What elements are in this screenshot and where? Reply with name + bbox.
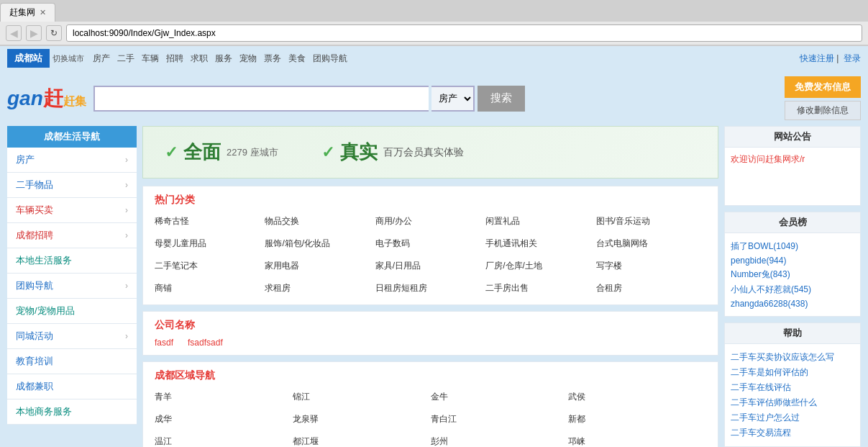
help-5[interactable]: 二手车过户怎么过 [731, 410, 854, 425]
forward-button[interactable]: ▶ [26, 25, 42, 41]
sidebar-item-parttime[interactable]: 成都兼职 [7, 374, 137, 399]
browser-chrome: 赶集网 ✕ ◀ ▶ ↻ [0, 0, 868, 46]
login-link[interactable]: 登录 [844, 53, 861, 63]
cat-bijiben[interactable]: 二手笔记本 [155, 257, 265, 275]
help-box: 帮助 二手车买卖协议应该怎么写 二手车是如何评估的 二手车在线评估 二手车评估师… [724, 322, 861, 447]
register-link[interactable]: 快速注册 [800, 53, 834, 63]
nav-link-service[interactable]: 服务 [215, 53, 232, 65]
member-title: 会员榜 [725, 212, 860, 233]
hot-categories-title: 热门分类 [155, 194, 706, 207]
area-chenghua[interactable]: 成华 [155, 410, 293, 428]
help-2[interactable]: 二手车是如何评估的 [731, 365, 854, 380]
member-1[interactable]: 插了BOWL(1049) [731, 239, 854, 254]
sidebar-item-localservice[interactable]: 本地生活服务 [7, 248, 137, 274]
nav-link-car[interactable]: 车辆 [142, 53, 159, 65]
help-list: 二手车买卖协议应该怎么写 二手车是如何评估的 二手车在线评估 二手车评估师做些什… [725, 344, 860, 446]
member-4[interactable]: 小仙人不好惹就(545) [731, 282, 854, 297]
nav-link-job[interactable]: 求职 [191, 53, 208, 65]
sidebar-item-education[interactable]: 教育培训 [7, 349, 137, 374]
area-section: 成都区域导航 青羊 锦江 金牛 武侯 成华 龙泉驿 青白江 新都 温江 都江堰 … [142, 361, 718, 447]
help-3[interactable]: 二手车在线评估 [731, 380, 854, 395]
company-item-2[interactable]: fsadfsadf [188, 338, 223, 348]
banner-item-zhenshi: ✓ 真实 百万会员真实体验 [321, 140, 464, 165]
cat-dianzi[interactable]: 电子数码 [375, 235, 485, 253]
cat-ershoufang[interactable]: 二手房出售 [485, 279, 595, 297]
member-5[interactable]: zhangda66288(438) [731, 297, 854, 310]
area-wenjiang[interactable]: 温江 [155, 433, 293, 447]
area-qionglai[interactable]: 邛崃 [568, 433, 706, 447]
area-grid: 青羊 锦江 金牛 武侯 成华 龙泉驿 青白江 新都 温江 都江堰 彭州 邛崃 崇… [155, 388, 706, 447]
nav-link-groupbuy[interactable]: 团购导航 [313, 53, 347, 65]
cat-xiezilou[interactable]: 写字楼 [596, 257, 706, 275]
nav-link-ticket[interactable]: 票务 [264, 53, 281, 65]
publish-button[interactable]: 免费发布信息 [785, 76, 861, 98]
area-pengzhou[interactable]: 彭州 [431, 433, 569, 447]
sidebar-item-recruit[interactable]: 成都招聘 › [7, 223, 137, 248]
check-icon-2: ✓ [321, 143, 334, 162]
nav-link-recruit[interactable]: 招聘 [166, 53, 183, 65]
sidebar-item-groupbuy[interactable]: 团购导航 › [7, 274, 137, 299]
help-4[interactable]: 二手车评估师做些什么 [731, 395, 854, 410]
cat-qiuzufang[interactable]: 求租房 [265, 279, 375, 297]
logo-ji-icon: 赶 [43, 87, 63, 109]
member-3[interactable]: Number兔(843) [731, 267, 854, 282]
cat-fushi[interactable]: 服饰/箱包/化妆品 [265, 235, 375, 253]
cat-wupin[interactable]: 物品交换 [265, 212, 375, 230]
area-xindu[interactable]: 新都 [568, 410, 706, 428]
cat-muying[interactable]: 母婴儿童用品 [155, 235, 265, 253]
sidebar-item-house[interactable]: 房产 › [7, 148, 137, 173]
category-grid: 稀奇古怪 物品交换 商用/办公 闲置礼品 图书/音乐运动 母婴儿童用品 服饰/箱… [155, 212, 706, 297]
cat-shouji[interactable]: 手机通讯相关 [485, 235, 595, 253]
browser-tab[interactable]: 赶集网 ✕ [0, 3, 55, 22]
nav-link-food[interactable]: 美食 [288, 53, 306, 65]
cat-rizu[interactable]: 日租房短租房 [375, 279, 485, 297]
url-input[interactable] [66, 24, 862, 42]
logo-text: 赶集 [63, 95, 86, 107]
sidebar-item-car[interactable]: 车辆买卖 › [7, 198, 137, 223]
cat-tushu[interactable]: 图书/音乐运动 [596, 212, 706, 230]
nav-link-house[interactable]: 房产 [93, 53, 110, 65]
tab-close-button[interactable]: ✕ [40, 8, 46, 17]
cat-jiayong[interactable]: 家用电器 [265, 257, 375, 275]
company-item-1[interactable]: fasdf [155, 338, 173, 348]
banner-sub-2: 百万会员真实体验 [383, 146, 464, 159]
top-nav-links: 房产 二手 车辆 招聘 求职 服务 宠物 票务 美食 团购导航 [93, 53, 797, 65]
cat-shangpu[interactable]: 商铺 [155, 279, 265, 297]
area-dujiangyan[interactable]: 都江堰 [293, 433, 431, 447]
help-1[interactable]: 二手车买卖协议应该怎么写 [731, 350, 854, 365]
modify-button[interactable]: 修改删除信息 [785, 101, 861, 120]
switch-city-link[interactable]: 切换城市 [52, 53, 84, 64]
notice-box: 网站公告 欢迎访问赶集网求/r [724, 126, 861, 206]
logo: gan赶赶集 [7, 85, 86, 112]
area-longquan[interactable]: 龙泉驿 [293, 410, 431, 428]
area-qingyang[interactable]: 青羊 [155, 388, 293, 406]
search-category-select[interactable]: 房产 二手 车辆 招聘 [431, 86, 475, 112]
cat-qiqi[interactable]: 稀奇古怪 [155, 212, 265, 230]
sidebar-item-business[interactable]: 本地商务服务 [7, 399, 137, 425]
cat-taishi[interactable]: 台式电脑网络 [596, 235, 706, 253]
help-6[interactable]: 二手车交易流程 [731, 425, 854, 441]
search-button[interactable]: 搜索 [478, 86, 525, 112]
refresh-button[interactable]: ↻ [46, 25, 62, 41]
sidebar-item-activity[interactable]: 同城活动 › [7, 324, 137, 349]
sidebar-item-secondhand[interactable]: 二手物品 › [7, 173, 137, 198]
back-button[interactable]: ◀ [6, 25, 22, 41]
nav-link-pet[interactable]: 宠物 [239, 53, 257, 65]
right-panel: 网站公告 欢迎访问赶集网求/r 会员榜 插了BOWL(1049) pengbid… [724, 126, 861, 447]
cat-jiaju[interactable]: 家具/日用品 [375, 257, 485, 275]
city-button[interactable]: 成都站 [7, 49, 50, 68]
notice-link[interactable]: 欢迎访问赶集网求/r [731, 154, 805, 164]
cat-shangyong[interactable]: 商用/办公 [375, 212, 485, 230]
area-jinjiang[interactable]: 锦江 [293, 388, 431, 406]
cat-changfang[interactable]: 厂房/仓库/土地 [485, 257, 595, 275]
area-wuhou[interactable]: 武侯 [568, 388, 706, 406]
sidebar-item-pet[interactable]: 宠物/宠物用品 [7, 299, 137, 324]
cat-hezufang[interactable]: 合租房 [596, 279, 706, 297]
search-input[interactable] [93, 86, 429, 112]
member-2[interactable]: pengbide(944) [731, 254, 854, 267]
cat-xianzhi[interactable]: 闲置礼品 [485, 212, 595, 230]
banner-main-1: 全面 [183, 140, 221, 165]
nav-link-secondhand[interactable]: 二手 [117, 53, 134, 65]
area-jinniu[interactable]: 金牛 [431, 388, 569, 406]
area-qingbaijiang[interactable]: 青白江 [431, 410, 569, 428]
